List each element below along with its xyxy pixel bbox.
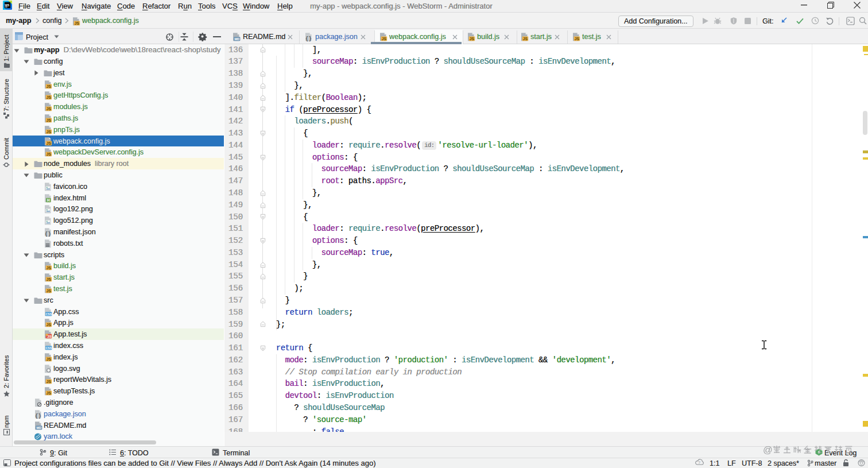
svg-text:MD: MD <box>234 37 239 41</box>
svg-text:WS: WS <box>5 4 10 7</box>
svg-text:{}: {} <box>45 231 51 237</box>
svg-text:H: H <box>47 198 50 202</box>
svg-text:JS: JS <box>47 335 51 338</box>
svg-text:{}: {} <box>305 36 312 42</box>
svg-text:JS: JS <box>46 152 52 156</box>
svg-text:JS: JS <box>46 289 52 293</box>
svg-text:JS: JS <box>46 380 52 384</box>
svg-text:JS: JS <box>46 277 52 281</box>
svg-text:?: ? <box>698 461 700 465</box>
svg-text:JS: JS <box>46 391 52 395</box>
svg-text:JS: JS <box>470 37 475 41</box>
svg-text:JS: JS <box>382 37 387 41</box>
svg-text:@: @ <box>763 444 773 455</box>
svg-text:JS: JS <box>523 37 528 41</box>
svg-text:JS: JS <box>46 107 52 111</box>
svg-text:JS: JS <box>46 141 52 145</box>
svg-text:MD: MD <box>36 426 41 429</box>
svg-text:JS: JS <box>46 118 52 122</box>
svg-text:JS: JS <box>46 357 52 361</box>
svg-text:CSS: CSS <box>45 346 52 350</box>
svg-text:JS: JS <box>46 95 52 99</box>
svg-text:JS: JS <box>46 266 52 270</box>
svg-text:JS: JS <box>46 84 52 88</box>
svg-text:JS: JS <box>46 129 52 133</box>
svg-text:CSS: CSS <box>45 312 52 315</box>
svg-text:JS: JS <box>46 323 52 327</box>
svg-text:{}: {} <box>35 413 41 419</box>
svg-text:JS: JS <box>575 37 580 41</box>
svg-text:JS: JS <box>75 21 80 25</box>
